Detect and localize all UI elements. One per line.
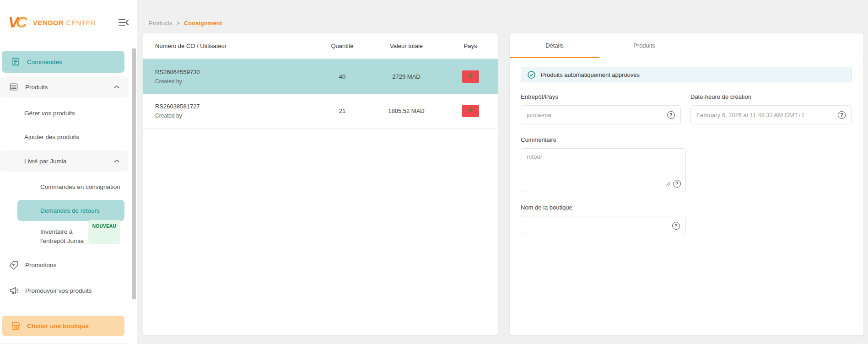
created-by-mark: · xyxy=(183,79,185,84)
breadcrumb-products[interactable]: Products xyxy=(149,20,172,27)
logo-row: V C VENDOR CENTER xyxy=(0,0,137,32)
details-content: Produits automatiquement approuvés Entre… xyxy=(510,58,863,235)
sidebar-item-label: Inventaire à l'entrepôt Jumia xyxy=(40,225,84,246)
megaphone-icon xyxy=(8,286,19,296)
breadcrumb-separator: > xyxy=(176,20,180,27)
collapse-sidebar-icon[interactable] xyxy=(118,17,129,28)
comment-label: Commentaire xyxy=(521,136,686,143)
co-number: RS26038581727 xyxy=(155,103,315,110)
column-header-quantite: Quantité xyxy=(315,43,370,49)
sidebar-nav: Commandes Produits Gérer vos produits xyxy=(0,32,137,344)
details-panel: Détails Produits Produits automatiquemen… xyxy=(509,33,864,336)
tab-details[interactable]: Détails xyxy=(510,33,599,58)
tab-label: Produits xyxy=(633,42,655,49)
shop-name-label: Nom de la boutique xyxy=(521,204,686,211)
chevron-up-icon xyxy=(113,83,121,91)
created-by-text: Created by xyxy=(155,113,182,119)
warehouse-field-group: Entrepôt/Pays ? xyxy=(521,93,681,124)
logo-text-bold: VENDOR xyxy=(33,19,64,27)
created-by: Created by· xyxy=(155,78,315,85)
breadcrumb-consignment: Consignment xyxy=(184,20,222,27)
country-cell xyxy=(443,105,498,117)
table-header-row: Numéro de CO / Utilisateur Quantité Vale… xyxy=(143,33,498,59)
warehouse-input[interactable] xyxy=(527,112,667,118)
sidebar-item-label: Choisir une boutique xyxy=(27,322,89,329)
logo-text-light: CENTER xyxy=(66,19,96,27)
sidebar-item-label: Promotions xyxy=(25,262,56,269)
shop-name-input[interactable] xyxy=(527,222,672,229)
check-circle-icon xyxy=(527,70,536,79)
sidebar-item-commandes[interactable]: Commandes xyxy=(2,51,124,73)
vendor-center-logo-text: VENDOR CENTER xyxy=(33,19,96,27)
sidebar-scrollbar[interactable] xyxy=(132,48,136,299)
vendor-center-app: V C VENDOR CENTER xyxy=(0,0,868,344)
created-by-mark: · xyxy=(183,113,185,118)
details-tabs: Détails Produits xyxy=(510,33,863,58)
sidebar-item-livre-par-jumia[interactable]: Livré par Jumia xyxy=(0,150,128,172)
sidebar-item-label: Ajouter des produits xyxy=(24,134,79,140)
sidebar-item-label: Livré par Jumia xyxy=(24,158,66,165)
sidebar-item-label: Demandes de retours xyxy=(40,207,100,214)
shop-name-field-group: Nom de la boutique ? xyxy=(521,204,686,235)
total-value-cell: 1885.52 MAD xyxy=(370,108,443,114)
sidebar: V C VENDOR CENTER xyxy=(0,0,137,344)
warehouse-label: Entrepôt/Pays xyxy=(521,93,681,100)
sidebar-item-ajouter-des-produits[interactable]: Ajouter des produits xyxy=(0,127,137,147)
nouveau-badge: NOUVEAU xyxy=(88,220,120,244)
quantity-cell: 40 xyxy=(315,73,370,80)
sidebar-item-inventaire-entrepot-jumia[interactable]: Inventaire à l'entrepôt Jumia NOUVEAU xyxy=(0,225,137,250)
morocco-flag-icon xyxy=(462,70,479,83)
storefront-icon xyxy=(10,321,21,331)
morocco-flag-icon xyxy=(462,105,479,117)
comment-textbox: ? xyxy=(521,148,686,192)
help-icon[interactable]: ? xyxy=(672,222,680,230)
sidebar-item-label: Commandes xyxy=(27,59,62,65)
consignment-table-panel: Numéro de CO / Utilisateur Quantité Vale… xyxy=(143,33,498,336)
comment-textarea[interactable] xyxy=(521,149,685,192)
co-number: RS26064559730 xyxy=(155,69,315,75)
sidebar-item-label: Produits xyxy=(25,84,48,91)
sidebar-item-commandes-en-consignation[interactable]: Commandes en consignation xyxy=(0,177,137,196)
help-icon[interactable]: ? xyxy=(673,180,681,188)
textarea-corner: ? xyxy=(666,180,681,188)
total-value-cell: 2729 MAD xyxy=(370,73,443,80)
created-by: Created by· xyxy=(155,113,315,119)
sidebar-item-produits[interactable]: Produits xyxy=(0,76,128,97)
creation-date-inputbox: ? xyxy=(690,105,852,124)
inventaire-line1: Inventaire à xyxy=(40,228,73,235)
tag-heart-icon xyxy=(8,260,19,270)
sidebar-item-promouvoir-vos-produits[interactable]: Promouvoir vos produits xyxy=(0,281,137,300)
shop-name-inputbox: ? xyxy=(521,216,686,235)
sidebar-item-choisir-une-boutique[interactable]: Choisir une boutique xyxy=(2,316,124,336)
receipt-icon xyxy=(10,57,21,66)
sidebar-item-gerer-vos-produits[interactable]: Gérer vos produits xyxy=(0,103,137,123)
table-row[interactable]: RS26038581727 Created by· 21 1885.52 MAD xyxy=(143,94,498,129)
help-icon[interactable]: ? xyxy=(667,111,675,119)
inventaire-line2: l'entrepôt Jumia xyxy=(40,237,84,244)
tab-produits[interactable]: Produits xyxy=(599,33,689,58)
fields-row: Entrepôt/Pays ? Date-heure de création ? xyxy=(521,93,852,124)
column-header-numero-co: Numéro de CO / Utilisateur xyxy=(143,43,315,49)
creation-date-input[interactable] xyxy=(696,112,838,118)
country-cell xyxy=(443,70,498,83)
comment-field-group: Commentaire ? xyxy=(521,136,686,192)
sidebar-item-label: Promouvoir vos produits xyxy=(25,287,92,294)
svg-text:C: C xyxy=(16,13,27,31)
resize-handle-icon[interactable] xyxy=(666,181,671,186)
active-tab-indicator xyxy=(510,57,599,58)
sidebar-item-promotions[interactable]: Promotions xyxy=(0,256,137,274)
banner-text: Produits automatiquement approuvés xyxy=(541,71,640,78)
table-row[interactable]: RS26064559730 Created by· 40 2729 MAD xyxy=(143,59,498,94)
chevron-up-icon xyxy=(113,157,121,165)
sidebar-item-label: Gérer vos produits xyxy=(24,110,75,117)
column-header-pays: Pays xyxy=(443,43,498,49)
breadcrumb: Products > Consignment xyxy=(149,20,222,27)
list-icon xyxy=(8,82,19,91)
created-by-text: Created by xyxy=(155,78,182,85)
row-co-cell: RS26038581727 Created by· xyxy=(143,103,315,119)
sidebar-item-demandes-de-retours[interactable]: Demandes de retours xyxy=(17,200,124,221)
vendor-center-logo-icon: V C xyxy=(8,13,28,32)
creation-date-label: Date-heure de création xyxy=(690,93,852,100)
tab-label: Détails xyxy=(545,42,564,49)
help-icon[interactable]: ? xyxy=(838,111,846,119)
